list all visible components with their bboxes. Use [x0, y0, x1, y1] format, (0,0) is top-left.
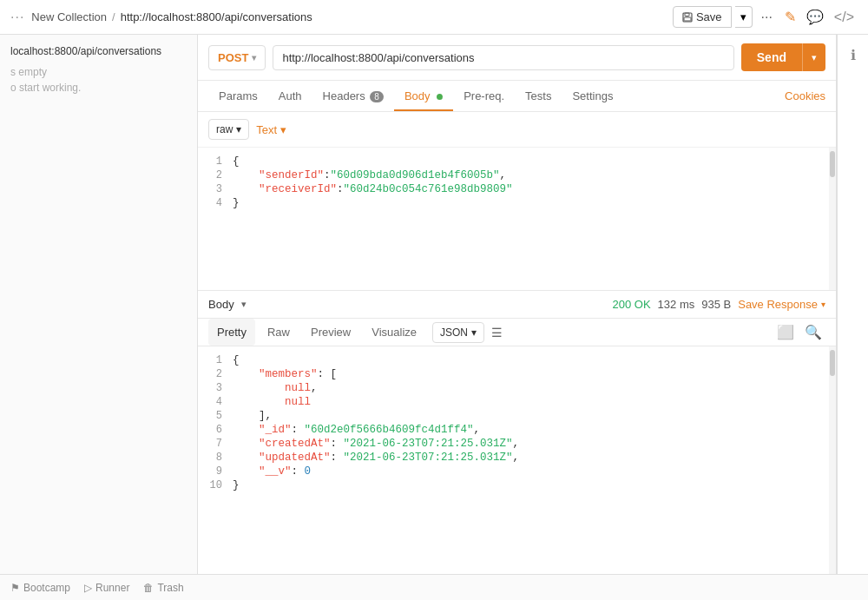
bootcamp-button[interactable]: ⚑ Bootcamp — [10, 582, 70, 594]
text-arrow-icon: ▾ — [280, 123, 286, 136]
resp-line-4: 4 null — [198, 395, 836, 409]
right-panel: ℹ — [837, 35, 868, 574]
scroll-thumb — [830, 151, 835, 177]
url-bar: POST ▾ Send ▾ — [198, 35, 836, 81]
tab-auth[interactable]: Auth — [268, 81, 312, 111]
response-tabs: Pretty Raw Preview Visualize JSON ▾ ☰ ⬜ … — [198, 319, 836, 346]
response-header: Body ▾ 200 OK 132 ms 935 B Save Response… — [198, 291, 836, 319]
resp-line-5: 5 ], — [198, 409, 836, 423]
method-arrow-icon: ▾ — [252, 53, 256, 63]
send-button-group: Send ▾ — [741, 43, 825, 71]
trash-button[interactable]: 🗑 Trash — [143, 582, 183, 594]
method-select[interactable]: POST ▾ — [208, 45, 266, 70]
tab-body[interactable]: Body — [394, 81, 453, 111]
resp-line-1: 1 { — [198, 353, 836, 367]
url-input[interactable] — [273, 45, 733, 70]
resp-line-10: 10 } — [198, 478, 836, 492]
save-response-button[interactable]: Save Response ▾ — [738, 298, 825, 311]
right-panel-icon1[interactable]: ℹ — [845, 42, 861, 69]
raw-select[interactable]: raw ▾ — [208, 119, 249, 140]
tab-params[interactable]: Params — [208, 81, 268, 111]
save-icon — [682, 12, 693, 23]
copy-button[interactable]: ⬜ — [773, 320, 798, 344]
request-response-panel: POST ▾ Send ▾ Params Auth Headers 8 Body… — [198, 35, 837, 574]
resp-line-6: 6 "_id": "60d2e0f5666b4609fc4d1ff4", — [198, 423, 836, 437]
response-body-dropdown[interactable]: ▾ — [241, 299, 247, 310]
comment-icon-button[interactable]: 💬 — [803, 5, 827, 29]
sidebar: localhost:8800/api/conversations s empty… — [0, 35, 198, 574]
top-bar-dots-icon: ··· — [10, 10, 24, 25]
rtab-raw[interactable]: Raw — [259, 319, 299, 346]
response-size: 935 B — [701, 298, 731, 311]
code-icon-button[interactable]: </> — [831, 6, 858, 29]
search-button[interactable]: 🔍 — [801, 320, 825, 344]
more-options-button[interactable]: ··· — [756, 6, 778, 29]
body-active-dot — [437, 94, 443, 100]
save-dropdown-button[interactable]: ▾ — [735, 6, 753, 28]
trash-icon: 🗑 — [143, 582, 154, 594]
top-bar-actions: Save ▾ ··· ✎ 💬 </> — [673, 5, 858, 29]
main-layout: localhost:8800/api/conversations s empty… — [0, 35, 868, 574]
text-select[interactable]: Text ▾ — [256, 123, 286, 136]
json-arrow-icon: ▾ — [471, 326, 477, 339]
cookies-link[interactable]: Cookies — [785, 81, 825, 111]
top-bar: ··· New Collection / http://localhost:88… — [0, 0, 868, 35]
resp-line-2: 2 "members": [ — [198, 367, 836, 381]
response-code-editor[interactable]: 1 { 2 "members": [ 3 null, 4 null 5 ], — [198, 346, 836, 574]
resp-line-7: 7 "createdAt": "2021-06-23T07:21:25.031Z… — [198, 437, 836, 451]
runner-button[interactable]: ▷ Runner — [84, 582, 129, 594]
tab-headers[interactable]: Headers 8 — [312, 81, 394, 111]
send-dropdown-button[interactable]: ▾ — [802, 43, 825, 71]
rtab-pretty[interactable]: Pretty — [208, 319, 255, 346]
svg-rect-2 — [684, 17, 691, 21]
response-body-label: Body — [208, 298, 234, 311]
request-tabs: Params Auth Headers 8 Body Pre-req. Test… — [198, 81, 836, 112]
save-label: Save — [696, 10, 722, 23]
tab-prereq[interactable]: Pre-req. — [453, 81, 515, 111]
filter-button[interactable]: ☰ — [488, 322, 506, 343]
save-response-arrow-icon: ▾ — [821, 300, 825, 309]
request-code-editor[interactable]: 1 { 2 "senderId":"60d09bda0d906d1eb4f600… — [198, 148, 836, 291]
rtab-visualize[interactable]: Visualize — [363, 319, 425, 346]
tab-settings[interactable]: Settings — [562, 81, 623, 111]
raw-arrow-icon: ▾ — [236, 123, 241, 135]
bootcamp-icon: ⚑ — [10, 582, 20, 594]
headers-badge: 8 — [370, 91, 384, 102]
sidebar-empty-state: s empty o start working. — [10, 64, 187, 96]
editor-scrollbar[interactable] — [829, 148, 836, 290]
resp-line-3: 3 null, — [198, 381, 836, 395]
breadcrumb: New Collection / http://localhost:8800/a… — [31, 10, 666, 23]
runner-icon: ▷ — [84, 582, 92, 594]
response-scrollbar[interactable] — [829, 346, 836, 574]
response-action-icons: ⬜ 🔍 — [773, 320, 825, 344]
req-line-2: 2 "senderId":"60d09bda0d906d1eb4f6005b", — [198, 168, 836, 182]
breadcrumb-url: http://localhost:8800/api/conversations — [121, 10, 312, 23]
json-format-select[interactable]: JSON ▾ — [432, 322, 484, 343]
edit-icon-button[interactable]: ✎ — [781, 5, 799, 29]
scroll-thumb-resp — [830, 350, 835, 376]
sidebar-url: localhost:8800/api/conversations — [10, 45, 187, 57]
req-line-1: 1 { — [198, 155, 836, 168]
rtab-preview[interactable]: Preview — [302, 319, 359, 346]
method-label: POST — [218, 51, 248, 64]
save-button[interactable]: Save — [673, 6, 732, 28]
resp-line-9: 9 "__v": 0 — [198, 465, 836, 478]
response-time: 132 ms — [658, 298, 695, 311]
bottom-bar: ⚑ Bootcamp ▷ Runner 🗑 Trash — [0, 574, 868, 600]
req-line-3: 3 "receiverId":"60d24b0c054c761e98db9809… — [198, 182, 836, 196]
breadcrumb-collection[interactable]: New Collection — [31, 10, 107, 23]
send-button[interactable]: Send — [741, 43, 802, 71]
tab-tests[interactable]: Tests — [515, 81, 562, 111]
resp-line-8: 8 "updatedAt": "2021-06-23T07:21:25.031Z… — [198, 451, 836, 465]
status-badge: 200 OK — [613, 298, 651, 311]
breadcrumb-separator: / — [112, 10, 115, 23]
body-toolbar: raw ▾ Text ▾ — [198, 112, 836, 148]
req-line-4: 4 } — [198, 196, 836, 210]
